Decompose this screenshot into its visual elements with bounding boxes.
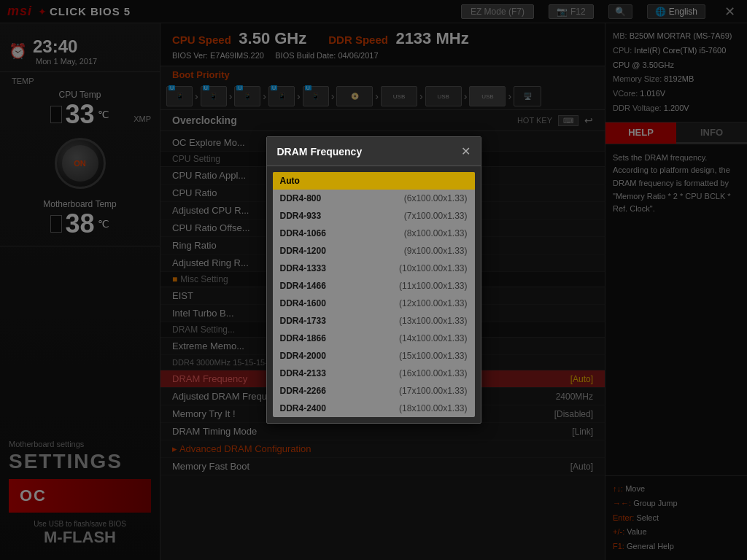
auto-option-name: Auto (280, 176, 300, 186)
modal-option-list: Auto DDR4-800 (6x100.00x1.33) DDR4-933 (… (273, 172, 475, 417)
modal-option-ddr4-800[interactable]: DDR4-800 (6x100.00x1.33) (273, 190, 475, 207)
modal-option-auto[interactable]: Auto (273, 172, 475, 190)
ddr4-2133-detail: (16x100.00x1.33) (399, 368, 467, 378)
ddr4-1466-name: DDR4-1466 (280, 281, 326, 291)
modal-option-ddr4-1733[interactable]: DDR4-1733 (13x100.00x1.33) (273, 312, 475, 330)
ddr4-1600-detail: (12x100.00x1.33) (399, 298, 467, 308)
ddr4-933-name: DDR4-933 (280, 211, 322, 221)
ddr4-1066-name: DDR4-1066 (280, 228, 326, 238)
ddr4-1466-detail: (11x100.00x1.33) (399, 281, 467, 291)
ddr4-800-name: DDR4-800 (280, 193, 322, 203)
modal-option-ddr4-1866[interactable]: DDR4-1866 (14x100.00x1.33) (273, 330, 475, 347)
ddr4-2000-name: DDR4-2000 (280, 351, 326, 361)
ddr4-2266-detail: (17x100.00x1.33) (399, 386, 467, 396)
modal-option-ddr4-1333[interactable]: DDR4-1333 (10x100.00x1.33) (273, 260, 475, 277)
modal-option-ddr4-2133[interactable]: DDR4-2133 (16x100.00x1.33) (273, 365, 475, 382)
ddr4-2133-name: DDR4-2133 (280, 368, 326, 378)
modal-option-ddr4-1200[interactable]: DDR4-1200 (9x100.00x1.33) (273, 242, 475, 260)
ddr4-1733-detail: (13x100.00x1.33) (399, 316, 467, 326)
modal-close-button[interactable]: ✕ (461, 144, 471, 158)
ddr4-800-detail: (6x100.00x1.33) (404, 193, 468, 203)
ddr4-2000-detail: (15x100.00x1.33) (399, 351, 467, 361)
ddr4-1733-name: DDR4-1733 (280, 316, 326, 326)
ddr4-1600-name: DDR4-1600 (280, 298, 326, 308)
ddr4-2266-name: DDR4-2266 (280, 386, 326, 396)
modal-option-ddr4-933[interactable]: DDR4-933 (7x100.00x1.33) (273, 207, 475, 225)
modal-option-ddr4-2266[interactable]: DDR4-2266 (17x100.00x1.33) (273, 382, 475, 400)
modal-header: DRAM Frequency ✕ (267, 137, 481, 166)
modal-overlay[interactable]: DRAM Frequency ✕ Auto DDR4-800 (6x100.00… (0, 0, 747, 560)
ddr4-1066-detail: (8x100.00x1.33) (404, 228, 468, 238)
modal-option-ddr4-2000[interactable]: DDR4-2000 (15x100.00x1.33) (273, 347, 475, 365)
ddr4-933-detail: (7x100.00x1.33) (404, 211, 468, 221)
ddr4-1866-name: DDR4-1866 (280, 333, 326, 343)
ddr4-1333-name: DDR4-1333 (280, 263, 326, 273)
modal-option-ddr4-1600[interactable]: DDR4-1600 (12x100.00x1.33) (273, 295, 475, 312)
ddr4-1200-detail: (9x100.00x1.33) (404, 246, 468, 256)
modal-option-ddr4-1066[interactable]: DDR4-1066 (8x100.00x1.33) (273, 225, 475, 242)
ddr4-2400-name: DDR4-2400 (280, 403, 326, 413)
ddr4-1200-name: DDR4-1200 (280, 246, 326, 256)
modal-option-ddr4-2400[interactable]: DDR4-2400 (18x100.00x1.33) (273, 400, 475, 417)
dram-frequency-modal: DRAM Frequency ✕ Auto DDR4-800 (6x100.00… (266, 136, 481, 424)
ddr4-2400-detail: (18x100.00x1.33) (399, 403, 467, 413)
modal-title: DRAM Frequency (277, 146, 363, 158)
ddr4-1866-detail: (14x100.00x1.33) (399, 333, 467, 343)
modal-option-ddr4-1466[interactable]: DDR4-1466 (11x100.00x1.33) (273, 277, 475, 295)
ddr4-1333-detail: (10x100.00x1.33) (399, 263, 467, 273)
